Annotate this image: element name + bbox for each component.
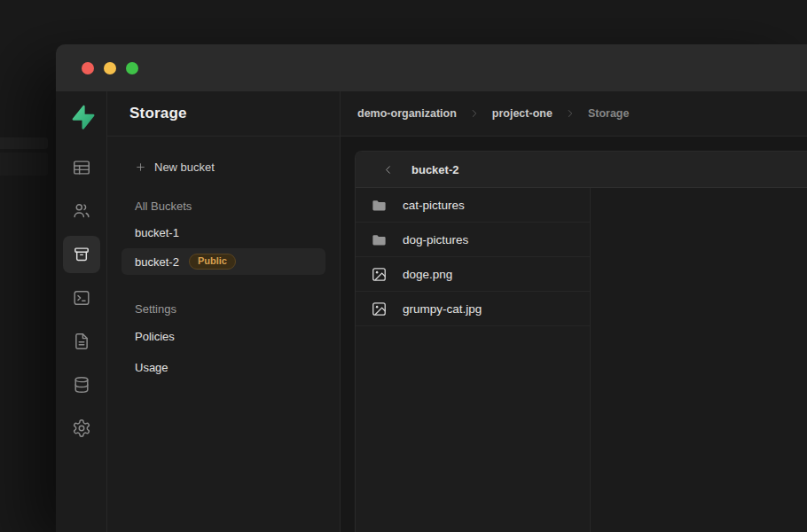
nav-item-settings[interactable] [63, 410, 100, 447]
traffic-light-close[interactable] [82, 62, 94, 74]
all-buckets-label: All Buckets [121, 195, 325, 216]
nav-item-terminal[interactable] [63, 279, 100, 317]
bucket-name: bucket-1 [135, 226, 179, 239]
document-icon [72, 332, 91, 351]
file-name: grumpy-cat.jpg [403, 302, 482, 316]
breadcrumb: demo-organizationproject-oneStorage [341, 91, 807, 137]
window-titlebar [56, 44, 807, 91]
main-area: demo-organizationproject-oneStorage buck… [341, 91, 807, 532]
bucket-item-bucket-2[interactable]: bucket-2Public [121, 248, 325, 275]
nav-item-table[interactable] [63, 149, 100, 186]
terminal-icon [72, 288, 91, 308]
bucket-name: bucket-2 [135, 255, 179, 269]
new-bucket-button[interactable]: New bucket [121, 156, 325, 177]
file-name: doge.png [403, 268, 452, 281]
back-chevron-button[interactable] [381, 163, 395, 176]
traffic-light-minimize[interactable] [104, 62, 116, 74]
database-icon [72, 375, 91, 395]
file-browser-header: bucket-2 [356, 152, 807, 188]
bucket-item-bucket-1[interactable]: bucket-1 [121, 219, 325, 246]
plus-icon [135, 161, 146, 173]
file-list-column: cat-picturesdog-picturesdoge.pnggrumpy-c… [356, 188, 591, 532]
file-preview-column [591, 188, 807, 532]
nav-item-users[interactable] [63, 192, 100, 230]
breadcrumb-item-project-one[interactable]: project-one [492, 107, 552, 120]
background-card-strip [0, 153, 48, 176]
file-name: cat-pictures [403, 199, 465, 212]
public-badge: Public [189, 254, 236, 270]
traffic-light-zoom[interactable] [126, 62, 138, 74]
app-window: Storage New bucket All Buckets bucket-1b… [56, 44, 807, 532]
storage-sidebar: Storage New bucket All Buckets bucket-1b… [107, 91, 341, 532]
users-icon [72, 201, 91, 221]
file-browser-panel: bucket-2 cat-picturesdog-picturesdoge.pn… [355, 151, 807, 532]
sidebar-header: Storage [107, 91, 340, 137]
settings-item-usage[interactable]: Usage [121, 353, 325, 381]
image-icon [371, 301, 388, 317]
folder-icon [371, 231, 388, 248]
settings-item-policies[interactable]: Policies [121, 322, 325, 350]
nav-rail [56, 91, 107, 532]
file-row-cat-pictures[interactable]: cat-pictures [356, 188, 590, 223]
chevron-right-icon [564, 107, 576, 120]
nav-item-storage[interactable] [63, 236, 100, 273]
file-name: dog-pictures [403, 233, 468, 246]
nav-item-document[interactable] [63, 323, 100, 360]
supabase-logo-icon[interactable] [68, 104, 95, 130]
table-icon [72, 158, 91, 177]
file-row-grumpy-cat.jpg[interactable]: grumpy-cat.jpg [356, 292, 590, 326]
gear-icon [72, 419, 91, 438]
storage-icon [72, 245, 91, 264]
file-row-dog-pictures[interactable]: dog-pictures [356, 223, 590, 257]
settings-section-label: Settings [121, 298, 325, 319]
breadcrumb-item-demo-organization[interactable]: demo-organization [357, 107, 457, 120]
bucket-panel-title: bucket-2 [411, 163, 458, 176]
new-bucket-label: New bucket [154, 160, 215, 174]
folder-icon [371, 197, 388, 214]
breadcrumb-item-storage: Storage [588, 107, 630, 120]
nav-item-database[interactable] [63, 366, 100, 403]
background-card-strip [0, 137, 48, 149]
image-icon [371, 266, 388, 283]
file-row-doge.png[interactable]: doge.png [356, 257, 590, 292]
page-title: Storage [129, 105, 187, 122]
chevron-right-icon [468, 107, 481, 120]
